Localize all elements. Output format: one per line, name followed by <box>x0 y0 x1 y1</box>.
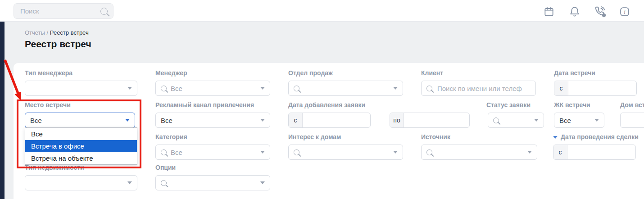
filter-request-added-date: Дата добавления заявки с по <box>288 101 470 128</box>
filter-request-status: Статус заявки <box>486 101 544 128</box>
date-to-prefix: по <box>390 113 404 127</box>
source-select[interactable] <box>421 145 537 160</box>
chevron-down-icon <box>260 151 265 154</box>
filter-meeting-house: Дом встречи <box>620 101 644 128</box>
search-input[interactable] <box>19 7 100 15</box>
filter-label: Дом встречи <box>620 101 644 109</box>
filter-manager: Менеджер Все <box>155 69 270 96</box>
search-icon <box>493 118 499 123</box>
request-added-to-field[interactable]: по <box>390 113 470 128</box>
filter-label: Место встречи <box>25 101 135 109</box>
deal-date-from-input[interactable] <box>567 145 635 159</box>
dropdown-option-office-meeting[interactable]: Встреча в офисе <box>25 140 137 152</box>
dropdown-option-site-meeting[interactable]: Встреча на объекте <box>25 152 137 164</box>
filter-meeting-place: Место встречи Все <box>25 101 135 128</box>
page-title: Реестр встреч <box>25 39 91 50</box>
search-icon <box>426 86 432 91</box>
filter-client: Клиент <box>421 69 536 96</box>
filter-ad-channel: Рекламный канал привлечения Все <box>155 101 270 128</box>
filter-label: Статус заявки <box>486 101 544 109</box>
search-icon <box>100 8 108 15</box>
request-added-from-input[interactable] <box>303 113 370 127</box>
request-status-select[interactable] <box>488 113 544 128</box>
search-icon <box>161 180 167 186</box>
search-icon <box>161 86 167 91</box>
date-from-prefix: с <box>554 81 568 95</box>
request-added-to-input[interactable] <box>404 113 469 127</box>
filter-label: Клиент <box>421 69 536 77</box>
filter-label: Источник <box>421 133 537 140</box>
info-icon[interactable]: i <box>619 6 630 18</box>
search-icon <box>426 149 432 155</box>
filter-label: Рекламный канал привлечения <box>155 101 270 109</box>
ad-channel-select[interactable]: Все <box>155 113 270 128</box>
notifications-bell-icon[interactable] <box>569 6 581 18</box>
search-icon <box>294 149 299 155</box>
filter-label: Дата добавления заявки <box>288 101 470 109</box>
filter-occluded: Тип недвижимости <box>25 164 137 190</box>
global-search[interactable] <box>14 3 113 19</box>
category-select[interactable]: Все <box>155 145 270 160</box>
filter-deal-date: Дата проведения сделки с <box>553 133 643 160</box>
occluded-filter-select[interactable] <box>25 175 137 190</box>
dropdown-option-all[interactable]: Все <box>25 128 137 140</box>
filter-meeting-date: Дата встречи с <box>554 69 637 96</box>
filter-meeting-complex: ЖК встречи Все <box>554 101 604 128</box>
meeting-house-field[interactable] <box>620 113 644 128</box>
chevron-down-icon <box>260 119 265 122</box>
breadcrumb-separator: / <box>47 29 49 36</box>
breadcrumb: Отчеты / Реестр встреч <box>25 29 89 36</box>
meeting-place-select[interactable]: Все <box>25 113 135 128</box>
chevron-down-icon <box>527 151 532 154</box>
client-search-input[interactable] <box>436 84 531 93</box>
sidebar-edge <box>0 22 5 199</box>
chevron-down-icon <box>260 87 265 90</box>
filter-label: ЖК встречи <box>554 101 604 109</box>
collapse-triangle-icon[interactable] <box>553 136 558 139</box>
meeting-date-from-field[interactable]: с <box>554 81 637 96</box>
breadcrumb-parent[interactable]: Отчеты <box>25 29 45 36</box>
meeting-place-dropdown-list: Все Встреча в офисе Встреча на объекте <box>25 127 137 165</box>
request-added-from-field[interactable]: с <box>288 113 371 128</box>
topbar: i <box>0 0 644 22</box>
filter-label: Тип недвижимости <box>25 164 137 171</box>
filter-label: Опции <box>155 164 270 171</box>
chevron-down-icon <box>127 87 132 90</box>
filter-label: Категория <box>155 133 270 140</box>
phone-call-icon[interactable] <box>594 6 606 18</box>
manager-type-select[interactable] <box>25 81 137 96</box>
interest-in-houses-select[interactable] <box>288 145 403 160</box>
filter-source: Источник <box>421 133 537 160</box>
filter-manager-type: Тип менеджера <box>25 69 137 96</box>
calendar-icon[interactable] <box>543 6 555 18</box>
filter-interest-in-houses: Интерес к домам <box>288 133 403 160</box>
search-icon <box>161 149 167 155</box>
svg-text:i: i <box>624 9 626 15</box>
chevron-down-icon <box>534 119 539 122</box>
chevron-down-icon <box>125 119 130 122</box>
filter-label: Тип менеджера <box>25 69 137 77</box>
manager-select[interactable]: Все <box>155 81 270 96</box>
search-icon <box>294 86 299 91</box>
meeting-date-from-input[interactable] <box>568 81 636 95</box>
chevron-down-icon <box>127 181 132 184</box>
filter-label: Дата проведения сделки <box>553 133 643 140</box>
deal-date-from-field[interactable]: с <box>553 145 636 160</box>
breadcrumb-current: Реестр встреч <box>50 29 89 36</box>
filter-label: Менеджер <box>155 69 270 77</box>
chevron-down-icon <box>393 87 398 90</box>
client-search-field[interactable] <box>421 81 536 96</box>
sales-department-select[interactable] <box>288 81 403 96</box>
filter-label: Дата встречи <box>554 69 637 77</box>
meeting-complex-select[interactable]: Все <box>554 113 604 128</box>
chevron-down-icon <box>260 181 265 184</box>
date-from-prefix: с <box>289 113 303 127</box>
filter-options: Опции <box>155 164 270 190</box>
filter-category: Категория Все <box>155 133 270 160</box>
filter-label: Отдел продаж <box>288 69 403 77</box>
chevron-down-icon <box>594 119 599 122</box>
date-from-prefix: с <box>553 145 567 159</box>
filter-sales-department: Отдел продаж <box>288 69 403 96</box>
chevron-down-icon <box>393 151 398 154</box>
options-select[interactable] <box>155 175 270 190</box>
